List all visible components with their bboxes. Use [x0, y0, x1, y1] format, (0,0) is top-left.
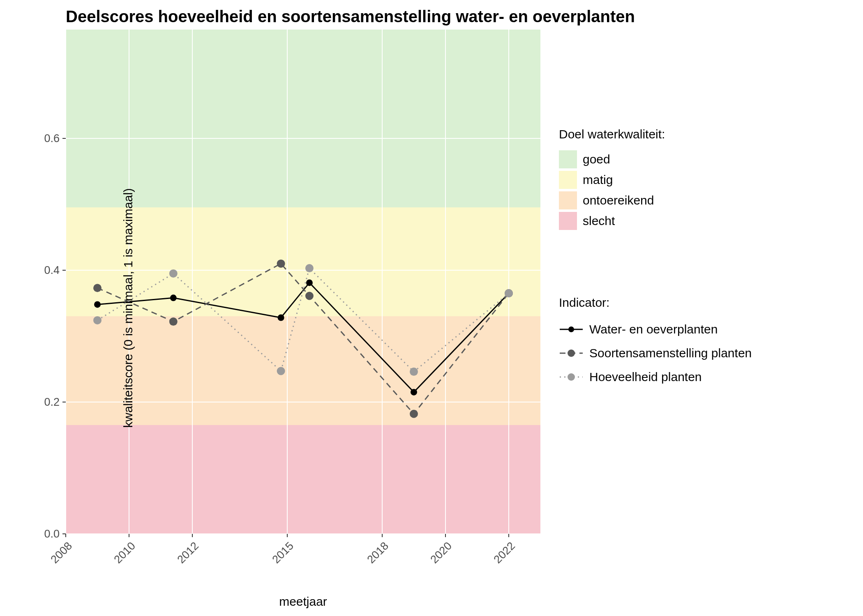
legend-band-row: matig: [559, 171, 665, 189]
legend-series-row: Water- en oeverplanten: [559, 319, 752, 340]
y-tick-label: 0.6: [27, 132, 60, 145]
x-tick-label: 2018: [359, 540, 391, 572]
y-axis-label: kwaliteitscore (0 is minimaal, 1 is maxi…: [121, 188, 135, 428]
series-point: [277, 367, 285, 375]
chart-title: Deelscores hoeveelheid en soortensamenst…: [66, 7, 635, 26]
series-line: [97, 264, 509, 414]
legend-series-row: Soortensamenstelling planten: [559, 342, 752, 364]
x-tick-label: 2012: [169, 540, 201, 572]
legend-series-swatch: [559, 345, 584, 361]
legend-band-label: matig: [583, 173, 613, 187]
series-point: [410, 410, 418, 418]
legend-bands: Doel waterkwaliteit: goedmatigontoereike…: [559, 127, 665, 232]
series-point: [410, 368, 418, 376]
legend-band-row: goed: [559, 150, 665, 168]
series-point: [411, 389, 417, 395]
legend-series-row: Hoeveelheid planten: [559, 366, 752, 388]
x-axis-label: meetjaar: [66, 595, 540, 609]
legend-band-row: slecht: [559, 212, 665, 230]
svg-point-5: [568, 373, 575, 381]
series-point: [94, 301, 101, 308]
legend-swatch: [559, 212, 577, 230]
legend-band-label: goed: [583, 152, 610, 166]
legend-series-label: Water- en oeverplanten: [589, 322, 718, 336]
legend-series-swatch: [559, 321, 584, 338]
y-tick-label: 0.2: [27, 395, 60, 408]
series-point: [170, 294, 177, 301]
series-point: [278, 315, 284, 321]
series-point: [169, 269, 178, 278]
legend-swatch: [559, 191, 577, 209]
legend-bands-title: Doel waterkwaliteit:: [559, 127, 665, 141]
svg-point-3: [568, 349, 575, 357]
chart-lines: [66, 30, 540, 534]
legend-swatch: [559, 171, 577, 189]
series-point: [169, 317, 178, 326]
y-tick-label: 0.0: [27, 528, 60, 540]
legend-series-title: Indicator:: [559, 296, 752, 310]
x-tick-label: 2008: [42, 540, 74, 572]
series-line: [97, 283, 509, 392]
plot-panel: [66, 30, 540, 534]
legend-band-row: ontoereikend: [559, 191, 665, 209]
series-point: [505, 289, 513, 297]
series-point: [277, 260, 285, 268]
legend-band-label: slecht: [583, 214, 615, 228]
series-point: [306, 279, 313, 286]
series-point: [93, 316, 102, 324]
legend-swatch: [559, 150, 577, 168]
series-point: [305, 264, 314, 272]
x-tick-label: 2020: [422, 540, 454, 572]
series-point: [305, 292, 314, 300]
x-tick-label: 2022: [485, 540, 517, 572]
legend-band-label: ontoereikend: [583, 193, 654, 207]
legend-series: Indicator: Water- en oeverplantenSoorten…: [559, 296, 752, 390]
series-line: [97, 268, 509, 372]
legend-series-label: Soortensamenstelling planten: [589, 346, 752, 360]
svg-point-1: [568, 326, 574, 332]
legend-series-label: Hoeveelheid planten: [589, 370, 702, 384]
y-tick-label: 0.4: [27, 264, 60, 276]
series-point: [93, 284, 102, 292]
x-tick-label: 2010: [106, 540, 138, 572]
legend-series-swatch: [559, 369, 584, 385]
x-tick-label: 2015: [264, 540, 296, 572]
